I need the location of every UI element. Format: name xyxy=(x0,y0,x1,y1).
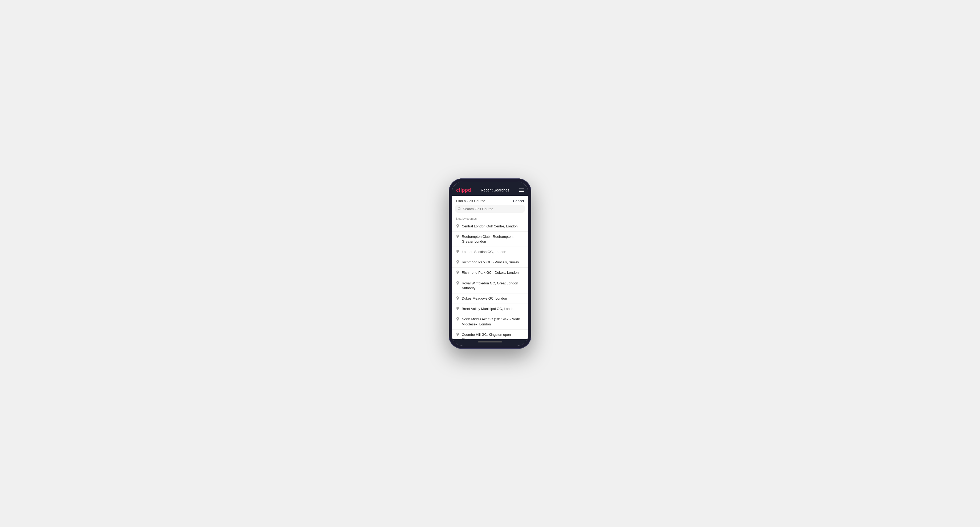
course-name: Dukes Meadows GC, London xyxy=(462,296,507,301)
course-item[interactable]: Roehampton Club - Roehampton, Greater Lo… xyxy=(452,232,528,247)
nearby-label: Nearby courses xyxy=(452,216,528,221)
location-pin-icon xyxy=(456,224,459,229)
course-list: Central London Golf Centre, London Roeha… xyxy=(452,221,528,339)
course-name: Royal Wimbledon GC, Great London Authori… xyxy=(462,281,524,290)
course-name: Central London Golf Centre, London xyxy=(462,224,518,229)
hamburger-icon[interactable] xyxy=(519,189,524,192)
search-input[interactable] xyxy=(463,207,522,211)
course-name: Richmond Park GC - Duke's, London xyxy=(462,270,519,275)
course-item[interactable]: London Scottish GC, London xyxy=(452,247,528,257)
location-pin-icon xyxy=(456,250,459,254)
location-pin-icon xyxy=(456,333,459,337)
location-pin-icon xyxy=(456,271,459,275)
course-name: North Middlesex GC (1011942 - North Midd… xyxy=(462,317,524,327)
cancel-button[interactable]: Cancel xyxy=(513,199,524,203)
page-title: Recent Searches xyxy=(480,188,509,192)
phone-frame: clippd Recent Searches Find a Golf Cours… xyxy=(449,178,531,349)
status-bar xyxy=(452,182,528,185)
find-label: Find a Golf Course xyxy=(456,199,485,203)
location-pin-icon xyxy=(456,281,459,286)
course-name: Richmond Park GC - Prince's, Surrey xyxy=(462,260,519,265)
nearby-courses-section: Nearby courses Central London Golf Centr… xyxy=(452,216,528,339)
course-name: Coombe Hill GC, Kingston upon Thames xyxy=(462,332,524,339)
course-item[interactable]: Central London Golf Centre, London xyxy=(452,221,528,232)
course-item[interactable]: Brent Valley Municipal GC, London xyxy=(452,304,528,314)
course-item[interactable]: Coombe Hill GC, Kingston upon Thames xyxy=(452,330,528,339)
search-input-wrapper xyxy=(455,205,525,213)
app-logo: clippd xyxy=(456,187,471,193)
svg-line-1 xyxy=(460,209,461,210)
location-pin-icon xyxy=(456,260,459,265)
course-item[interactable]: Richmond Park GC - Duke's, London xyxy=(452,268,528,278)
location-pin-icon xyxy=(456,235,459,239)
home-indicator xyxy=(452,339,528,346)
course-name: Roehampton Club - Roehampton, Greater Lo… xyxy=(462,234,524,244)
home-bar xyxy=(478,341,502,343)
course-item[interactable]: Dukes Meadows GC, London xyxy=(452,294,528,304)
app-header: clippd Recent Searches xyxy=(452,185,528,196)
location-pin-icon xyxy=(456,307,459,311)
location-pin-icon xyxy=(456,317,459,322)
phone-screen: clippd Recent Searches Find a Golf Cours… xyxy=(452,182,528,346)
course-item[interactable]: North Middlesex GC (1011942 - North Midd… xyxy=(452,314,528,329)
course-item[interactable]: Richmond Park GC - Prince's, Surrey xyxy=(452,257,528,268)
course-name: London Scottish GC, London xyxy=(462,249,506,254)
content-area: Find a Golf Course Cancel Nearby courses xyxy=(452,196,528,339)
course-item[interactable]: Royal Wimbledon GC, Great London Authori… xyxy=(452,278,528,294)
location-pin-icon xyxy=(456,296,459,301)
search-icon xyxy=(458,207,461,211)
find-header: Find a Golf Course Cancel xyxy=(452,196,528,205)
course-name: Brent Valley Municipal GC, London xyxy=(462,306,515,311)
search-container xyxy=(452,205,528,216)
